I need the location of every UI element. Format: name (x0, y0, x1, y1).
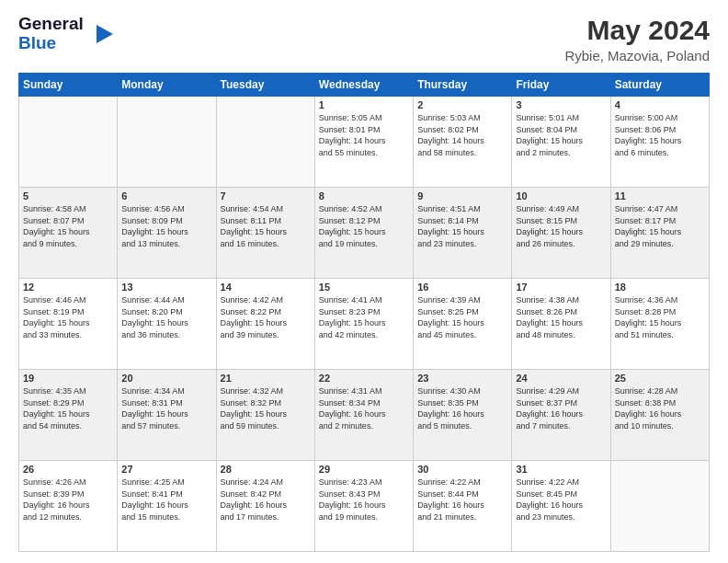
cell-w3-d2: 13Sunrise: 4:44 AMSunset: 8:20 PMDayligh… (118, 279, 216, 370)
col-monday: Monday (118, 74, 216, 97)
day-info: Sunrise: 4:34 AMSunset: 8:31 PMDaylight:… (121, 385, 211, 431)
day-info: Sunrise: 4:22 AMSunset: 8:45 PMDaylight:… (516, 477, 606, 523)
cell-w5-d7 (610, 461, 709, 552)
day-number: 18 (615, 282, 705, 293)
cell-w2-d2: 6Sunrise: 4:56 AMSunset: 8:09 PMDaylight… (118, 188, 216, 279)
day-number: 8 (319, 190, 409, 201)
cell-w4-d3: 21Sunrise: 4:32 AMSunset: 8:32 PMDayligh… (216, 370, 314, 461)
cell-w1-d1 (19, 97, 118, 188)
day-info: Sunrise: 4:47 AMSunset: 8:17 PMDaylight:… (615, 203, 705, 249)
day-number: 30 (417, 464, 507, 475)
cell-w2-d1: 5Sunrise: 4:58 AMSunset: 8:07 PMDaylight… (19, 188, 118, 279)
day-info: Sunrise: 4:41 AMSunset: 8:23 PMDaylight:… (319, 294, 409, 340)
day-info: Sunrise: 4:25 AMSunset: 8:41 PMDaylight:… (121, 477, 211, 523)
day-info: Sunrise: 4:51 AMSunset: 8:14 PMDaylight:… (417, 203, 507, 249)
cell-w3-d7: 18Sunrise: 4:36 AMSunset: 8:28 PMDayligh… (610, 279, 709, 370)
cell-w1-d2 (118, 97, 216, 188)
day-info: Sunrise: 4:30 AMSunset: 8:35 PMDaylight:… (417, 385, 507, 431)
day-number: 10 (516, 190, 606, 201)
cell-w1-d6: 3Sunrise: 5:01 AMSunset: 8:04 PMDaylight… (512, 97, 610, 188)
day-info: Sunrise: 4:22 AMSunset: 8:44 PMDaylight:… (417, 477, 507, 523)
day-number: 4 (615, 99, 705, 110)
day-info: Sunrise: 4:42 AMSunset: 8:22 PMDaylight:… (221, 294, 311, 340)
day-info: Sunrise: 4:28 AMSunset: 8:38 PMDaylight:… (615, 385, 705, 431)
logo-icon (87, 21, 113, 47)
logo: General Blue (18, 15, 113, 53)
day-info: Sunrise: 4:24 AMSunset: 8:42 PMDaylight:… (221, 477, 311, 523)
week-row-4: 19Sunrise: 4:35 AMSunset: 8:29 PMDayligh… (19, 370, 710, 461)
day-number: 14 (221, 282, 311, 293)
day-info: Sunrise: 5:01 AMSunset: 8:04 PMDaylight:… (516, 112, 606, 158)
day-info: Sunrise: 5:00 AMSunset: 8:06 PMDaylight:… (615, 112, 705, 158)
day-info: Sunrise: 4:29 AMSunset: 8:37 PMDaylight:… (516, 385, 606, 431)
day-info: Sunrise: 4:49 AMSunset: 8:15 PMDaylight:… (516, 203, 606, 249)
day-info: Sunrise: 4:46 AMSunset: 8:19 PMDaylight:… (23, 294, 113, 340)
day-info: Sunrise: 4:39 AMSunset: 8:25 PMDaylight:… (417, 294, 507, 340)
day-info: Sunrise: 4:44 AMSunset: 8:20 PMDaylight:… (121, 294, 211, 340)
cell-w3-d1: 12Sunrise: 4:46 AMSunset: 8:19 PMDayligh… (19, 279, 118, 370)
cell-w4-d5: 23Sunrise: 4:30 AMSunset: 8:35 PMDayligh… (414, 370, 512, 461)
col-thursday: Thursday (414, 74, 512, 97)
day-number: 28 (221, 464, 311, 475)
cell-w1-d7: 4Sunrise: 5:00 AMSunset: 8:06 PMDaylight… (610, 97, 709, 188)
day-info: Sunrise: 4:23 AMSunset: 8:43 PMDaylight:… (319, 477, 409, 523)
day-number: 21 (221, 373, 311, 384)
cell-w5-d4: 29Sunrise: 4:23 AMSunset: 8:43 PMDayligh… (314, 461, 413, 552)
day-number: 27 (121, 464, 211, 475)
day-info: Sunrise: 4:26 AMSunset: 8:39 PMDaylight:… (23, 477, 113, 523)
day-number: 13 (121, 282, 211, 293)
day-info: Sunrise: 4:31 AMSunset: 8:34 PMDaylight:… (319, 385, 409, 431)
day-number: 20 (121, 373, 211, 384)
cell-w5-d5: 30Sunrise: 4:22 AMSunset: 8:44 PMDayligh… (414, 461, 512, 552)
day-info: Sunrise: 4:54 AMSunset: 8:11 PMDaylight:… (221, 203, 311, 249)
calendar-table: Sunday Monday Tuesday Wednesday Thursday… (18, 73, 710, 552)
title-block: May 2024 Rybie, Mazovia, Poland (564, 15, 710, 63)
day-info: Sunrise: 4:35 AMSunset: 8:29 PMDaylight:… (23, 385, 113, 431)
cell-w3-d6: 17Sunrise: 4:38 AMSunset: 8:26 PMDayligh… (512, 279, 610, 370)
calendar-subtitle: Rybie, Mazovia, Poland (564, 48, 710, 63)
cell-w1-d3 (216, 97, 314, 188)
cell-w5-d6: 31Sunrise: 4:22 AMSunset: 8:45 PMDayligh… (512, 461, 610, 552)
day-number: 17 (516, 282, 606, 293)
day-number: 29 (319, 464, 409, 475)
cell-w1-d5: 2Sunrise: 5:03 AMSunset: 8:02 PMDaylight… (414, 97, 512, 188)
day-number: 7 (221, 190, 311, 201)
logo-general: General (18, 15, 84, 34)
cell-w4-d2: 20Sunrise: 4:34 AMSunset: 8:31 PMDayligh… (118, 370, 216, 461)
week-row-5: 26Sunrise: 4:26 AMSunset: 8:39 PMDayligh… (19, 461, 710, 552)
day-number: 2 (417, 99, 507, 110)
col-saturday: Saturday (610, 74, 709, 97)
day-number: 31 (516, 464, 606, 475)
cell-w5-d2: 27Sunrise: 4:25 AMSunset: 8:41 PMDayligh… (118, 461, 216, 552)
page: General Blue May 2024 Rybie, Mazovia, Po… (0, 0, 728, 563)
cell-w2-d6: 10Sunrise: 4:49 AMSunset: 8:15 PMDayligh… (512, 188, 610, 279)
cell-w2-d5: 9Sunrise: 4:51 AMSunset: 8:14 PMDaylight… (414, 188, 512, 279)
cell-w2-d3: 7Sunrise: 4:54 AMSunset: 8:11 PMDaylight… (216, 188, 314, 279)
cell-w4-d7: 25Sunrise: 4:28 AMSunset: 8:38 PMDayligh… (610, 370, 709, 461)
col-wednesday: Wednesday (314, 74, 413, 97)
day-number: 25 (615, 373, 705, 384)
cell-w3-d5: 16Sunrise: 4:39 AMSunset: 8:25 PMDayligh… (414, 279, 512, 370)
day-number: 15 (319, 282, 409, 293)
cell-w2-d7: 11Sunrise: 4:47 AMSunset: 8:17 PMDayligh… (610, 188, 709, 279)
svg-marker-0 (97, 25, 113, 43)
cell-w5-d3: 28Sunrise: 4:24 AMSunset: 8:42 PMDayligh… (216, 461, 314, 552)
day-info: Sunrise: 4:38 AMSunset: 8:26 PMDaylight:… (516, 294, 606, 340)
day-number: 3 (516, 99, 606, 110)
day-info: Sunrise: 4:32 AMSunset: 8:32 PMDaylight:… (221, 385, 311, 431)
day-number: 6 (121, 190, 211, 201)
col-tuesday: Tuesday (216, 74, 314, 97)
cell-w3-d4: 15Sunrise: 4:41 AMSunset: 8:23 PMDayligh… (314, 279, 413, 370)
day-info: Sunrise: 5:05 AMSunset: 8:01 PMDaylight:… (319, 112, 409, 158)
day-number: 26 (23, 464, 113, 475)
day-info: Sunrise: 4:58 AMSunset: 8:07 PMDaylight:… (23, 203, 113, 249)
day-info: Sunrise: 5:03 AMSunset: 8:02 PMDaylight:… (417, 112, 507, 158)
header: General Blue May 2024 Rybie, Mazovia, Po… (18, 15, 710, 63)
col-sunday: Sunday (19, 74, 118, 97)
day-number: 5 (23, 190, 113, 201)
week-row-2: 5Sunrise: 4:58 AMSunset: 8:07 PMDaylight… (19, 188, 710, 279)
day-number: 12 (23, 282, 113, 293)
cell-w4-d1: 19Sunrise: 4:35 AMSunset: 8:29 PMDayligh… (19, 370, 118, 461)
day-info: Sunrise: 4:36 AMSunset: 8:28 PMDaylight:… (615, 294, 705, 340)
col-friday: Friday (512, 74, 610, 97)
